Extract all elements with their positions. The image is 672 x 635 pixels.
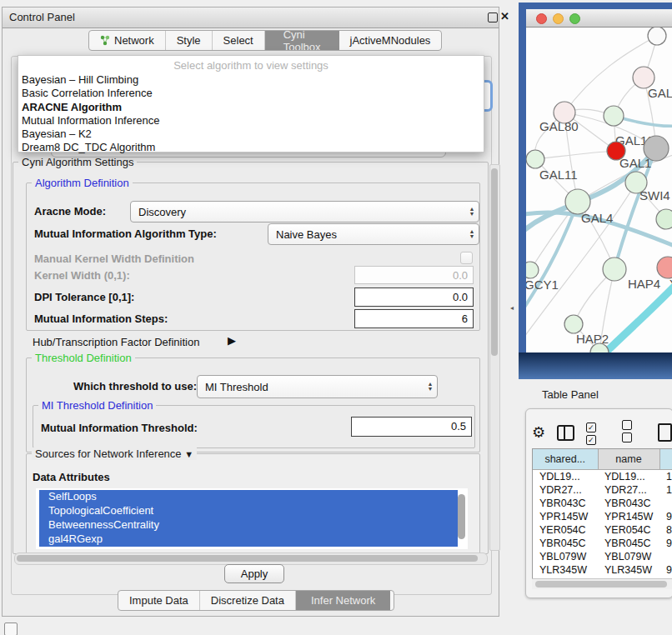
algorithm-option[interactable]: Dream8 DC_TDC Algorithm [18,141,484,154]
vertical-scrollbar-thumb[interactable] [491,168,498,356]
column-header-name[interactable]: name [598,449,659,470]
mi-type-select[interactable]: Naive Bayes ▲▼ [268,223,479,245]
manual-kernel-label: Manual Kernel Width Definition [34,252,194,265]
tab-label: jActiveMNodules [350,34,431,47]
stepper-icon: ▲▼ [424,382,437,392]
function-builder-icon[interactable] [658,423,672,442]
group-title: Cyni Algorithm Settings [18,156,137,168]
data-attribute-item[interactable]: BetweennessCentrality [39,518,458,532]
bottom-tabbar: Impute Data Discretize Data Infer Networ… [118,590,394,611]
deselect-all-icon[interactable] [622,420,646,445]
network-node[interactable] [656,209,672,229]
which-threshold-label: Which threshold to use: [73,380,197,392]
algorithm-option[interactable]: Basic Correlation Inference [18,87,484,100]
close-icon[interactable]: ✕ [500,10,509,22]
table-toolbar: ⚙ ✓✓ [532,421,672,444]
network-node[interactable] [604,106,624,126]
algorithm-dropdown-items: Bayesian – Hill ClimbingBasic Correlatio… [18,73,484,155]
table-cell: 12 [659,483,672,497]
tab-network[interactable]: Network [89,31,166,50]
network-node[interactable] [657,257,672,278]
group-title: MI Threshold Definition [38,399,156,412]
table-row[interactable]: YDL19...YDL19...13 [533,470,672,484]
close-traffic-light-icon[interactable] [536,13,547,24]
horizontal-scrollbar-thumb[interactable] [17,555,478,562]
minimize-traffic-light-icon[interactable] [553,13,564,24]
table-cell: YDR27... [533,483,598,497]
network-node-label: GCY1 [526,278,559,292]
apply-button[interactable]: Apply [224,564,284,583]
tab-style[interactable]: Style [166,31,213,50]
table-cell: 9. [659,537,672,550]
tab-cyni-toolbox[interactable]: Cyni Toolbox [265,31,339,50]
pane-collapse-icon[interactable]: ◂ [510,304,514,312]
tab-impute-data[interactable]: Impute Data [118,591,200,610]
network-node-label: GAL80 [539,119,579,133]
attribute-list-scrollbar[interactable] [458,494,465,539]
table-row[interactable]: YPR145WYPR145W9. [533,510,672,523]
minimized-panel-icon[interactable] [4,622,18,635]
network-node[interactable] [648,28,666,45]
select-all-icon[interactable]: ✓✓ [586,420,610,445]
table-cell: 9. [659,563,672,577]
algorithm-option[interactable]: Bayesian – Hill Climbing [18,73,484,87]
network-node-label: GAL1 [619,156,651,170]
split-columns-icon[interactable] [557,425,574,441]
data-attribute-item[interactable]: gal4RGexp [39,532,458,547]
mi-threshold-input[interactable]: 0.5 [351,417,472,437]
network-node-label: GAL [648,86,672,100]
table-cell: YBR043C [533,497,598,510]
node-table[interactable]: shared... name A YDL19...YDL19...13YDR27… [532,448,672,581]
table-row[interactable]: YER054CYER054C8. [533,523,672,537]
network-node[interactable] [526,150,544,168]
table-cell: YDL19... [598,470,659,484]
mi-steps-input[interactable]: 6 [354,309,474,328]
kernel-width-input[interactable]: 0.0 [354,266,474,284]
network-node[interactable] [644,136,669,161]
algorithm-option[interactable]: ARACNE Algorithm [18,101,484,114]
horizontal-scrollbar-track[interactable] [14,552,488,565]
table-cell: 9. [659,510,672,523]
tab-label: Infer Network [311,594,375,607]
aracne-mode-label: Aracne Mode: [34,205,106,218]
table-row[interactable]: YBL079WYBL079W [533,550,672,563]
tab-select[interactable]: Select [213,31,265,50]
table-row[interactable]: YLR345WYLR345W9. [533,563,672,577]
expand-right-icon[interactable]: ▶ [228,334,236,347]
network-canvas[interactable]: GALGAL80GAL10GAL1GAL11SWI4GAL4GCY1HAP4YH… [526,28,672,352]
network-window-titlebar[interactable] [526,9,672,28]
column-header-cut[interactable]: A [659,449,672,470]
data-attributes-list[interactable]: SelfLoopsTopologicalCoefficientBetweenne… [36,488,468,549]
column-header-shared-name[interactable]: shared... [533,449,598,470]
which-threshold-select[interactable]: MI Threshold ▲▼ [197,375,438,398]
dpi-tolerance-input[interactable]: 0.0 [354,288,474,307]
tab-infer-network[interactable]: Infer Network [296,591,390,610]
tab-jactivemnodules[interactable]: jActiveMNodules [339,31,442,50]
algorithm-option[interactable]: Mutual Information Inference [18,114,484,128]
float-window-icon[interactable] [488,12,498,22]
table-row[interactable]: YDR27...YDR27...12 [533,483,672,497]
algorithm-option[interactable]: Bayesian – K2 [18,128,484,141]
zoom-traffic-light-icon[interactable] [569,13,580,24]
collapse-down-icon[interactable]: ▼ [184,449,193,459]
network-node[interactable] [564,315,583,333]
table-hscrollbar-thumb[interactable] [535,581,667,588]
gear-icon[interactable]: ⚙ [532,423,545,442]
table-row[interactable]: YBR045CYBR045C9. [533,537,672,550]
aracne-mode-select[interactable]: Discovery ▲▼ [130,201,479,222]
network-node-label: GAL11 [539,168,578,182]
tab-discretize-data[interactable]: Discretize Data [200,591,296,610]
manual-kernel-checkbox[interactable] [460,252,473,264]
group-title: Threshold Definition [32,352,135,364]
data-attribute-item[interactable]: SelfLoops [39,490,458,504]
network-node[interactable] [526,262,539,278]
network-window-frame [519,2,526,352]
table-hscrollbar-track[interactable] [532,578,672,589]
network-node[interactable] [603,258,626,281]
vertical-scrollbar-track[interactable] [489,164,500,551]
data-attributes-label: Data Attributes [33,471,110,483]
data-attribute-item[interactable]: TopologicalCoefficient [39,504,458,518]
table-row[interactable]: YBR043CYBR043C [533,497,672,510]
aracne-mode-value: Discovery [131,206,465,218]
control-panel-titlebar[interactable]: Control Panel ✕ [3,8,499,28]
